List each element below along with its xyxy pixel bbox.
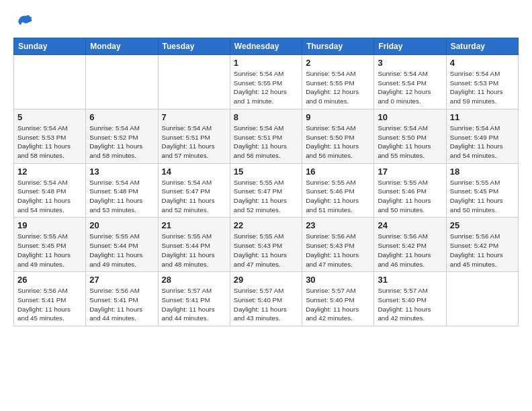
day-number: 21 bbox=[162, 220, 226, 230]
calendar-cell: 22Sunrise: 5:55 AM Sunset: 5:43 PM Dayli… bbox=[230, 218, 302, 272]
calendar-cell: 6Sunrise: 5:54 AM Sunset: 5:52 PM Daylig… bbox=[86, 109, 158, 163]
day-detail: Sunrise: 5:55 AM Sunset: 5:46 PM Dayligh… bbox=[306, 178, 370, 215]
calendar-cell: 14Sunrise: 5:54 AM Sunset: 5:47 PM Dayli… bbox=[158, 163, 230, 218]
calendar-cell: 29Sunrise: 5:57 AM Sunset: 5:40 PM Dayli… bbox=[230, 272, 302, 326]
day-number: 1 bbox=[234, 58, 298, 68]
calendar-week-1: 1Sunrise: 5:54 AM Sunset: 5:55 PM Daylig… bbox=[14, 55, 519, 109]
day-detail: Sunrise: 5:55 AM Sunset: 5:44 PM Dayligh… bbox=[89, 232, 154, 269]
calendar-cell: 23Sunrise: 5:56 AM Sunset: 5:43 PM Dayli… bbox=[302, 218, 374, 272]
calendar-cell: 9Sunrise: 5:54 AM Sunset: 5:50 PM Daylig… bbox=[302, 109, 374, 163]
calendar-cell bbox=[86, 55, 158, 109]
weekday-header-sunday: Sunday bbox=[14, 38, 86, 55]
day-number: 9 bbox=[306, 112, 370, 122]
day-number: 15 bbox=[234, 167, 298, 177]
day-number: 3 bbox=[378, 58, 442, 68]
day-detail: Sunrise: 5:54 AM Sunset: 5:47 PM Dayligh… bbox=[162, 178, 226, 215]
day-detail: Sunrise: 5:56 AM Sunset: 5:43 PM Dayligh… bbox=[306, 232, 370, 269]
calendar-cell: 3Sunrise: 5:54 AM Sunset: 5:54 PM Daylig… bbox=[374, 55, 446, 109]
calendar-cell bbox=[446, 272, 518, 326]
day-detail: Sunrise: 5:55 AM Sunset: 5:43 PM Dayligh… bbox=[234, 232, 298, 269]
day-number: 22 bbox=[234, 220, 298, 230]
day-number: 12 bbox=[17, 167, 82, 177]
day-detail: Sunrise: 5:54 AM Sunset: 5:50 PM Dayligh… bbox=[378, 124, 442, 161]
day-detail: Sunrise: 5:55 AM Sunset: 5:45 PM Dayligh… bbox=[450, 178, 515, 215]
day-number: 5 bbox=[17, 112, 82, 122]
day-number: 29 bbox=[234, 275, 298, 285]
day-number: 20 bbox=[89, 220, 154, 230]
day-detail: Sunrise: 5:54 AM Sunset: 5:51 PM Dayligh… bbox=[162, 124, 226, 161]
calendar-week-5: 26Sunrise: 5:56 AM Sunset: 5:41 PM Dayli… bbox=[14, 272, 519, 326]
day-number: 25 bbox=[450, 220, 515, 230]
calendar-cell: 11Sunrise: 5:54 AM Sunset: 5:49 PM Dayli… bbox=[446, 109, 518, 163]
header bbox=[13, 11, 519, 30]
day-number: 24 bbox=[378, 220, 442, 230]
weekday-header-monday: Monday bbox=[86, 38, 158, 55]
day-detail: Sunrise: 5:57 AM Sunset: 5:40 PM Dayligh… bbox=[234, 286, 298, 323]
day-detail: Sunrise: 5:56 AM Sunset: 5:41 PM Dayligh… bbox=[17, 286, 82, 323]
calendar-cell: 28Sunrise: 5:57 AM Sunset: 5:41 PM Dayli… bbox=[158, 272, 230, 326]
day-number: 4 bbox=[450, 58, 515, 68]
day-detail: Sunrise: 5:56 AM Sunset: 5:42 PM Dayligh… bbox=[450, 232, 515, 269]
calendar-cell: 12Sunrise: 5:54 AM Sunset: 5:48 PM Dayli… bbox=[14, 163, 86, 218]
calendar-cell: 20Sunrise: 5:55 AM Sunset: 5:44 PM Dayli… bbox=[86, 218, 158, 272]
day-detail: Sunrise: 5:54 AM Sunset: 5:53 PM Dayligh… bbox=[17, 124, 82, 161]
day-detail: Sunrise: 5:55 AM Sunset: 5:46 PM Dayligh… bbox=[378, 178, 442, 215]
day-number: 27 bbox=[89, 275, 154, 285]
calendar-cell: 10Sunrise: 5:54 AM Sunset: 5:50 PM Dayli… bbox=[374, 109, 446, 163]
calendar-cell: 17Sunrise: 5:55 AM Sunset: 5:46 PM Dayli… bbox=[374, 163, 446, 218]
page: SundayMondayTuesdayWednesdayThursdayFrid… bbox=[0, 0, 532, 411]
day-number: 18 bbox=[450, 167, 515, 177]
calendar-cell: 21Sunrise: 5:55 AM Sunset: 5:44 PM Dayli… bbox=[158, 218, 230, 272]
calendar-cell: 2Sunrise: 5:54 AM Sunset: 5:55 PM Daylig… bbox=[302, 55, 374, 109]
day-detail: Sunrise: 5:55 AM Sunset: 5:44 PM Dayligh… bbox=[162, 232, 226, 269]
day-number: 16 bbox=[306, 167, 370, 177]
calendar-cell: 31Sunrise: 5:57 AM Sunset: 5:40 PM Dayli… bbox=[374, 272, 446, 326]
calendar-cell: 18Sunrise: 5:55 AM Sunset: 5:45 PM Dayli… bbox=[446, 163, 518, 218]
day-number: 11 bbox=[450, 112, 515, 122]
calendar-cell: 7Sunrise: 5:54 AM Sunset: 5:51 PM Daylig… bbox=[158, 109, 230, 163]
day-detail: Sunrise: 5:55 AM Sunset: 5:47 PM Dayligh… bbox=[234, 178, 298, 215]
calendar-cell: 19Sunrise: 5:55 AM Sunset: 5:45 PM Dayli… bbox=[14, 218, 86, 272]
day-detail: Sunrise: 5:57 AM Sunset: 5:41 PM Dayligh… bbox=[162, 286, 226, 323]
day-number: 6 bbox=[89, 112, 154, 122]
calendar-week-4: 19Sunrise: 5:55 AM Sunset: 5:45 PM Dayli… bbox=[14, 218, 519, 272]
calendar-cell: 4Sunrise: 5:54 AM Sunset: 5:53 PM Daylig… bbox=[446, 55, 518, 109]
day-detail: Sunrise: 5:54 AM Sunset: 5:55 PM Dayligh… bbox=[306, 69, 370, 106]
day-number: 14 bbox=[162, 167, 226, 177]
day-detail: Sunrise: 5:54 AM Sunset: 5:48 PM Dayligh… bbox=[17, 178, 82, 215]
calendar-week-3: 12Sunrise: 5:54 AM Sunset: 5:48 PM Dayli… bbox=[14, 163, 519, 218]
calendar-cell bbox=[158, 55, 230, 109]
day-detail: Sunrise: 5:54 AM Sunset: 5:55 PM Dayligh… bbox=[234, 69, 298, 106]
calendar-cell: 16Sunrise: 5:55 AM Sunset: 5:46 PM Dayli… bbox=[302, 163, 374, 218]
day-detail: Sunrise: 5:56 AM Sunset: 5:41 PM Dayligh… bbox=[89, 286, 154, 323]
calendar-cell: 30Sunrise: 5:57 AM Sunset: 5:40 PM Dayli… bbox=[302, 272, 374, 326]
calendar-week-2: 5Sunrise: 5:54 AM Sunset: 5:53 PM Daylig… bbox=[14, 109, 519, 163]
day-number: 19 bbox=[17, 220, 82, 230]
calendar-cell: 24Sunrise: 5:56 AM Sunset: 5:42 PM Dayli… bbox=[374, 218, 446, 272]
calendar-cell: 15Sunrise: 5:55 AM Sunset: 5:47 PM Dayli… bbox=[230, 163, 302, 218]
weekday-header-thursday: Thursday bbox=[302, 38, 374, 55]
calendar-header: SundayMondayTuesdayWednesdayThursdayFrid… bbox=[14, 38, 519, 55]
day-number: 23 bbox=[306, 220, 370, 230]
calendar-cell bbox=[14, 55, 86, 109]
day-number: 26 bbox=[17, 275, 82, 285]
calendar-cell: 26Sunrise: 5:56 AM Sunset: 5:41 PM Dayli… bbox=[14, 272, 86, 326]
calendar-cell: 27Sunrise: 5:56 AM Sunset: 5:41 PM Dayli… bbox=[86, 272, 158, 326]
day-number: 7 bbox=[162, 112, 226, 122]
logo bbox=[13, 11, 35, 30]
weekday-header-wednesday: Wednesday bbox=[230, 38, 302, 55]
weekday-header-row: SundayMondayTuesdayWednesdayThursdayFrid… bbox=[14, 38, 519, 55]
weekday-header-tuesday: Tuesday bbox=[158, 38, 230, 55]
day-number: 2 bbox=[306, 58, 370, 68]
calendar-body: 1Sunrise: 5:54 AM Sunset: 5:55 PM Daylig… bbox=[14, 55, 519, 326]
day-number: 31 bbox=[378, 275, 442, 285]
day-detail: Sunrise: 5:54 AM Sunset: 5:52 PM Dayligh… bbox=[89, 124, 154, 161]
logo-icon bbox=[13, 11, 32, 30]
calendar-table: SundayMondayTuesdayWednesdayThursdayFrid… bbox=[13, 38, 519, 326]
day-detail: Sunrise: 5:54 AM Sunset: 5:51 PM Dayligh… bbox=[234, 124, 298, 161]
day-number: 10 bbox=[378, 112, 442, 122]
day-detail: Sunrise: 5:55 AM Sunset: 5:45 PM Dayligh… bbox=[17, 232, 82, 269]
day-detail: Sunrise: 5:54 AM Sunset: 5:48 PM Dayligh… bbox=[89, 178, 154, 215]
day-detail: Sunrise: 5:54 AM Sunset: 5:50 PM Dayligh… bbox=[306, 124, 370, 161]
calendar-cell: 13Sunrise: 5:54 AM Sunset: 5:48 PM Dayli… bbox=[86, 163, 158, 218]
